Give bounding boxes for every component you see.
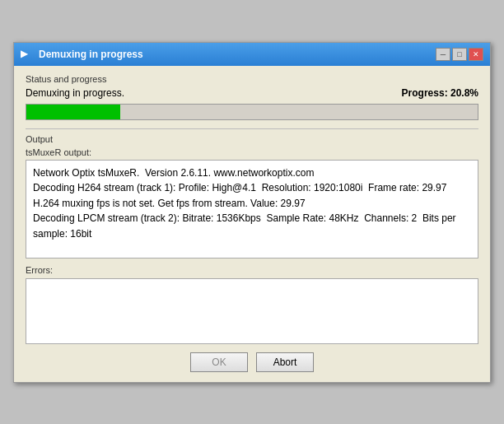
title-bar-left: ▶ Demuxing in progress bbox=[21, 48, 143, 61]
output-section: Output tsMuxeR output: Network Optix tsM… bbox=[26, 134, 478, 259]
buttons-row: OK Abort bbox=[26, 352, 478, 372]
title-bar-controls: ─ □ ✕ bbox=[436, 48, 483, 61]
divider-1 bbox=[26, 128, 478, 129]
status-row: Demuxing in progress. Progress: 20.8% bbox=[26, 87, 478, 99]
progress-label: Progress: 20.8% bbox=[402, 87, 478, 99]
output-sublabel: tsMuxeR output: bbox=[26, 147, 478, 157]
close-button[interactable]: ✕ bbox=[469, 48, 483, 61]
ok-button[interactable]: OK bbox=[190, 352, 248, 372]
window-title: Demuxing in progress bbox=[39, 49, 143, 60]
errors-box bbox=[26, 278, 478, 344]
errors-section: Errors: bbox=[26, 265, 478, 344]
abort-button[interactable]: Abort bbox=[256, 352, 314, 372]
output-box: Network Optix tsMuxeR. Version 2.6.11. w… bbox=[26, 160, 478, 259]
progress-bar-fill bbox=[26, 105, 120, 119]
errors-label: Errors: bbox=[26, 265, 478, 275]
output-content: Network Optix tsMuxeR. Version 2.6.11. w… bbox=[33, 167, 459, 240]
restore-button[interactable]: □ bbox=[452, 48, 467, 61]
status-text: Demuxing in progress. bbox=[26, 87, 124, 99]
output-section-label: Output bbox=[26, 134, 478, 144]
minimize-button[interactable]: ─ bbox=[436, 48, 450, 61]
title-bar: ▶ Demuxing in progress ─ □ ✕ bbox=[14, 43, 490, 66]
status-section-label: Status and progress bbox=[26, 74, 478, 84]
main-window: ▶ Demuxing in progress ─ □ ✕ Status and … bbox=[13, 42, 491, 383]
window-icon: ▶ bbox=[21, 48, 34, 61]
progress-bar-container bbox=[26, 104, 478, 120]
window-body: Status and progress Demuxing in progress… bbox=[14, 66, 490, 382]
